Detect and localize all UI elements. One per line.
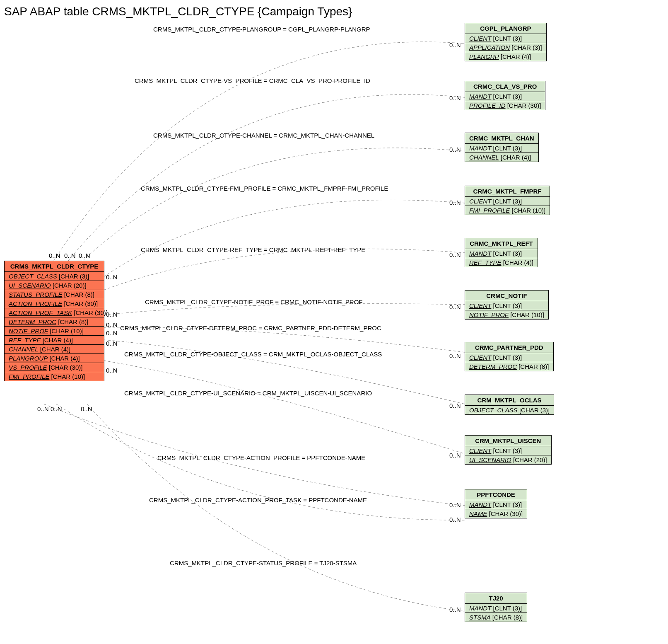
cardinality-label: 0..N [37,405,49,412]
table-row: CLIENT [CLNT (3)] [465,301,548,310]
table-row: CHANNEL [CHAR (4)] [5,345,104,354]
table-row: REF_TYPE [CHAR (4)] [465,258,538,267]
cardinality-label: 0..N [449,402,461,409]
cardinality-label: 0..N [51,405,62,412]
relationship-label: CRMS_MKTPL_CLDR_CTYPE-UI_SCENARIO = CRM_… [124,390,372,397]
target-table-crmc-mktpl-reft: CRMC_MKTPL_REFT MANDT [CLNT (3)] REF_TYP… [465,238,538,267]
table-row: CLIENT [CLNT (3)] [465,353,553,362]
table-row: MANDT [CLNT (3)] [465,144,538,153]
table-row: PLANGROUP [CHAR (4)] [5,354,104,363]
table-row: APPLICATION [CHAR (3)] [465,43,546,52]
target-table-header: CRM_MKTPL_UISCEN [465,436,551,446]
table-row: DETERM_PROC [CHAR (8)] [465,362,553,371]
page-title: SAP ABAP table CRMS_MKTPL_CLDR_CTYPE {Ca… [4,5,352,18]
table-row: ACTION_PROFILE [CHAR (30)] [5,299,104,308]
source-table: CRMS_MKTPL_CLDR_CTYPE OBJECT_CLASS [CHAR… [4,261,104,381]
table-row: FMI_PROFILE [CHAR (10)] [465,206,550,215]
cardinality-label: 0..N [81,405,92,412]
cardinality-label: 0..N [449,501,461,508]
target-table-header: CRMC_MKTPL_REFT [465,238,538,249]
source-table-header: CRMS_MKTPL_CLDR_CTYPE [5,261,104,272]
target-table-header: CRM_MKTPL_OCLAS [465,395,554,406]
target-table-crmc-notif: CRMC_NOTIF CLIENT [CLNT (3)] NOTIF_PROF … [465,290,549,320]
table-row: MANDT [CLNT (3)] [465,604,527,613]
table-row: CLIENT [CLNT (3)] [465,197,550,206]
table-row: FMI_PROFILE [CHAR (10)] [5,372,104,381]
target-table-ppftconde: PPFTCONDE MANDT [CLNT (3)] NAME [CHAR (3… [465,489,527,518]
relationship-label: CRMS_MKTPL_CLDR_CTYPE-OBJECT_CLASS = CRM… [124,351,382,358]
table-row: REF_TYPE [CHAR (4)] [5,336,104,345]
target-table-tj20: TJ20 MANDT [CLNT (3)] STSMA [CHAR (8)] [465,593,527,622]
relationship-label: CRMS_MKTPL_CLDR_CTYPE-PLANGROUP = CGPL_P… [153,26,370,33]
table-row: STATUS_PROFILE [CHAR (8)] [5,290,104,299]
table-row: OBJECT_CLASS [CHAR (3)] [5,272,104,281]
target-table-cgpl-plangrp: CGPL_PLANGRP CLIENT [CLNT (3)] APPLICATI… [465,23,547,61]
target-table-header: TJ20 [465,593,527,604]
target-table-crmc-cla-vs-pro: CRMC_CLA_VS_PRO MANDT [CLNT (3)] PROFILE… [465,81,545,110]
target-table-crmc-mktpl-chan: CRMC_MKTPL_CHAN MANDT [CLNT (3)] CHANNEL… [465,133,539,162]
target-table-crm-mktpl-uiscen: CRM_MKTPL_UISCEN CLIENT [CLNT (3)] UI_SC… [465,435,552,465]
table-row: NAME [CHAR (30)] [465,509,527,518]
target-table-crmc-mktpl-fmprf: CRMC_MKTPL_FMPRF CLIENT [CLNT (3)] FMI_P… [465,186,550,215]
table-row: CHANNEL [CHAR (4)] [465,153,538,162]
target-table-crmc-partner-pdd: CRMC_PARTNER_PDD CLIENT [CLNT (3)] DETER… [465,342,554,371]
table-row: NOTIF_PROF [CHAR (10)] [465,310,548,319]
cardinality-label: 0..N [449,352,461,359]
target-table-header: CRMC_MKTPL_CHAN [465,133,538,144]
relationship-label: CRMS_MKTPL_CLDR_CTYPE-CHANNEL = CRMC_MKT… [153,132,374,139]
relationship-label: CRMS_MKTPL_CLDR_CTYPE-VS_PROFILE = CRMC_… [135,77,370,84]
table-row: UI_SCENARIO [CHAR (20)] [5,281,104,290]
target-table-header: CRMC_NOTIF [465,291,548,301]
cardinality-label: 0..N [49,252,60,259]
cardinality-label: 0..N [449,303,461,310]
table-row: PLANGRP [CHAR (4)] [465,52,546,61]
relationship-label: CRMS_MKTPL_CLDR_CTYPE-ACTION_PROFILE = P… [157,454,365,461]
table-row: VS_PROFILE [CHAR (30)] [5,363,104,372]
cardinality-label: 0..N [449,251,461,258]
diagram-canvas: SAP ABAP table CRMS_MKTPL_CLDR_CTYPE {Ca… [0,0,668,644]
target-table-header: CRMC_MKTPL_FMPRF [465,186,550,197]
relationship-label: CRMS_MKTPL_CLDR_CTYPE-FMI_PROFILE = CRMC… [141,185,388,192]
table-row: PROFILE_ID [CHAR (30)] [465,101,545,110]
target-table-header: CGPL_PLANGRP [465,23,546,34]
cardinality-label: 0..N [106,311,118,318]
target-table-header: CRMC_CLA_VS_PRO [465,81,545,92]
relationship-label: CRMS_MKTPL_CLDR_CTYPE-STATUS_PROFILE = T… [170,559,357,567]
cardinality-label: 0..N [106,340,118,347]
table-row: OBJECT_CLASS [CHAR (3)] [465,406,554,414]
cardinality-label: 0..N [64,252,76,259]
relationship-label: CRMS_MKTPL_CLDR_CTYPE-DETERM_PROC = CRMC… [120,324,381,332]
cardinality-label: 0..N [79,252,90,259]
target-table-crm-mktpl-oclas: CRM_MKTPL_OCLAS OBJECT_CLASS [CHAR (3)] [465,395,554,415]
cardinality-label: 0..N [449,452,461,459]
cardinality-label: 0..N [106,329,118,337]
table-row: ACTION_PROF_TASK [CHAR (30)] [5,308,104,317]
table-row: DETERM_PROC [CHAR (8)] [5,317,104,327]
relationship-label: CRMS_MKTPL_CLDR_CTYPE-ACTION_PROF_TASK =… [149,496,367,504]
table-row: NOTIF_PROF [CHAR (10)] [5,327,104,336]
table-row: MANDT [CLNT (3)] [465,500,527,509]
table-row: UI_SCENARIO [CHAR (20)] [465,455,551,464]
cardinality-label: 0..N [449,606,461,613]
cardinality-label: 0..N [449,41,461,48]
cardinality-label: 0..N [449,199,461,206]
table-row: MANDT [CLNT (3)] [465,92,545,101]
cardinality-label: 0..N [106,367,118,374]
table-row: STSMA [CHAR (8)] [465,613,527,622]
cardinality-label: 0..N [449,516,461,523]
cardinality-label: 0..N [449,94,461,102]
relationship-label: CRMS_MKTPL_CLDR_CTYPE-NOTIF_PROF = CRMC_… [145,298,362,305]
cardinality-label: 0..N [106,321,118,328]
target-table-header: PPFTCONDE [465,489,527,500]
target-table-header: CRMC_PARTNER_PDD [465,342,553,353]
table-row: CLIENT [CLNT (3)] [465,34,546,43]
cardinality-label: 0..N [449,146,461,153]
relationship-label: CRMS_MKTPL_CLDR_CTYPE-REF_TYPE = CRMC_MK… [141,246,365,253]
cardinality-label: 0..N [106,274,118,281]
table-row: CLIENT [CLNT (3)] [465,446,551,455]
table-row: MANDT [CLNT (3)] [465,249,538,258]
